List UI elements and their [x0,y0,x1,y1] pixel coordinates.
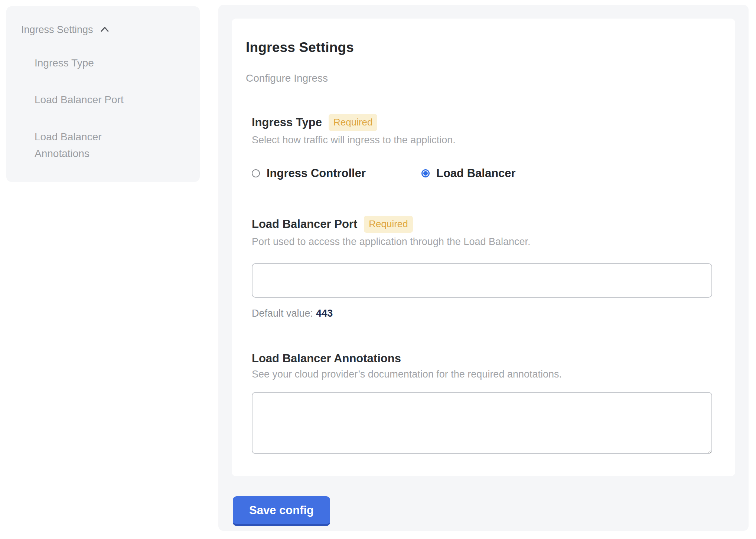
load-balancer-annotations-textarea[interactable] [252,392,712,454]
section-load-balancer-port: Load Balancer Port Required Port used to… [252,216,717,319]
section-description: Port used to access the application thro… [252,236,717,248]
default-value: 443 [316,308,333,319]
ingress-settings-card: Ingress Settings Configure Ingress Ingre… [232,19,735,476]
required-badge: Required [364,216,413,233]
radio-label: Ingress Controller [267,167,366,180]
required-badge: Required [329,114,378,131]
sidebar-nav: Ingress Type Load Balancer Port Load Bal… [35,55,189,162]
default-value-row: Default value:443 [252,308,717,319]
load-balancer-port-input[interactable] [252,263,712,298]
sidebar-group-ingress-settings[interactable]: Ingress Settings [21,23,189,36]
radio-unselected-icon[interactable] [252,169,260,177]
section-heading: Load Balancer Annotations [252,352,401,365]
section-description: Select how traffic will ingress to the a… [252,134,717,146]
radio-selected-icon[interactable] [421,169,430,177]
main-panel: Ingress Settings Configure Ingress Ingre… [218,5,749,531]
section-heading: Ingress Type [252,116,322,129]
default-value-label: Default value: [252,308,313,319]
section-ingress-type: Ingress Type Required Select how traffic… [252,114,717,180]
ingress-type-radio-group: Ingress Controller Load Balancer [252,167,717,180]
page-title: Ingress Settings [246,40,717,55]
radio-label: Load Balancer [436,167,516,180]
sidebar-item-load-balancer-annotations[interactable]: Load Balancer Annotations [35,128,150,162]
chevron-up-icon [98,23,111,36]
section-load-balancer-annotations: Load Balancer Annotations See your cloud… [252,352,717,454]
section-description: See your cloud provider’s documentation … [252,369,717,380]
page-subtitle: Configure Ingress [246,72,717,84]
sidebar-item-ingress-type[interactable]: Ingress Type [35,55,150,71]
save-config-button[interactable]: Save config [233,496,330,526]
settings-sidebar: Ingress Settings Ingress Type Load Balan… [6,6,200,182]
sidebar-item-load-balancer-port[interactable]: Load Balancer Port [35,91,150,108]
section-heading: Load Balancer Port [252,218,357,231]
sidebar-group-label: Ingress Settings [21,24,93,36]
radio-load-balancer[interactable]: Load Balancer [421,167,516,180]
radio-ingress-controller[interactable]: Ingress Controller [252,167,366,180]
